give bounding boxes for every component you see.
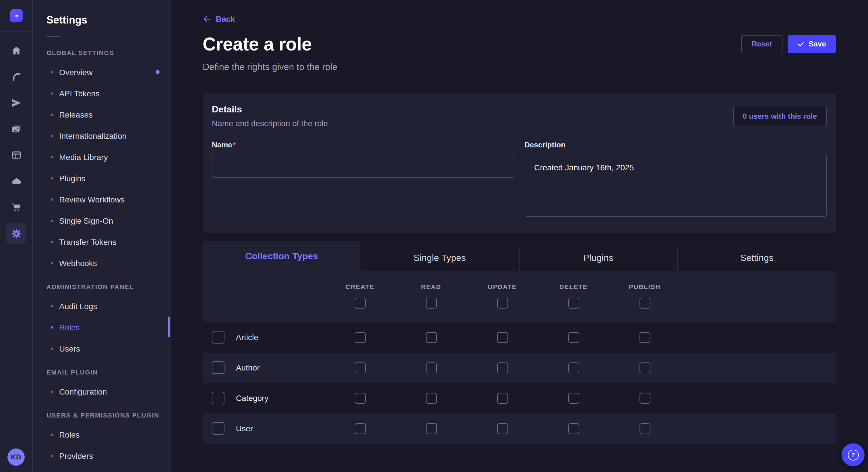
user-delete-checkbox[interactable]	[568, 423, 579, 434]
column-label: READ	[421, 283, 441, 290]
rail-item-media-images[interactable]	[0, 116, 32, 142]
tab-settings[interactable]: Settings	[677, 245, 836, 271]
tab-single-types[interactable]: Single Types	[361, 245, 519, 271]
rail-item-gear-settings[interactable]	[0, 221, 32, 247]
select-all-update-checkbox[interactable]	[497, 297, 508, 308]
column-read: READ	[396, 283, 467, 322]
sidebar-item-releases[interactable]: Releases	[33, 104, 170, 125]
row-lead: Category	[203, 392, 324, 404]
sidebar-item-label: Configuration	[59, 387, 107, 396]
user-read-checkbox[interactable]	[426, 423, 437, 434]
user-create-checkbox[interactable]	[354, 423, 365, 434]
author-read-checkbox[interactable]	[426, 362, 437, 373]
author-row-checkbox[interactable]	[212, 361, 224, 374]
sidebar-item-single-sign-on[interactable]: Single Sign-On	[33, 210, 170, 231]
strapi-logo-glyph	[11, 11, 21, 21]
name-label: Name*	[212, 140, 514, 149]
bullet-icon	[51, 305, 53, 307]
select-all-create-checkbox[interactable]	[354, 297, 365, 308]
name-input[interactable]	[212, 154, 514, 177]
gear-settings-icon	[11, 228, 22, 239]
sidebar-item-roles[interactable]: Roles	[33, 424, 170, 445]
sidebar-item-configuration[interactable]: Configuration	[33, 381, 170, 402]
user-row-checkbox[interactable]	[212, 422, 224, 435]
sidebar-item-review-workflows[interactable]: Review Workflows	[33, 189, 170, 210]
select-all-read-checkbox[interactable]	[426, 297, 437, 308]
article-read-checkbox[interactable]	[426, 332, 437, 343]
sidebar-item-label: Overview	[59, 67, 93, 76]
author-update-checkbox[interactable]	[497, 362, 508, 373]
sidebar-item-transfer-tokens[interactable]: Transfer Tokens	[33, 231, 170, 252]
sidebar-item-webhooks[interactable]: Webhooks	[33, 252, 170, 274]
article-row-checkbox[interactable]	[212, 331, 224, 343]
select-all-delete-checkbox[interactable]	[568, 297, 579, 308]
layout-panel-icon	[11, 150, 22, 161]
sidebar-item-users[interactable]: Users	[33, 338, 170, 359]
author-create-checkbox[interactable]	[354, 362, 365, 373]
reset-button[interactable]: Reset	[741, 35, 782, 53]
cell	[609, 362, 680, 373]
sidebar-section-label: EMAIL PLUGIN	[46, 369, 170, 376]
cell	[467, 393, 538, 403]
bullet-icon	[51, 433, 53, 436]
feather-content-icon	[11, 72, 22, 82]
sidebar-item-audit-logs[interactable]: Audit Logs	[33, 295, 170, 316]
rail-item-paper-plane[interactable]	[0, 90, 32, 116]
bullet-icon	[51, 71, 53, 73]
rail-item-layout-panel[interactable]	[0, 142, 32, 168]
avatar[interactable]: KD	[7, 448, 25, 466]
name-field-group: Name*	[212, 140, 514, 219]
user-publish-checkbox[interactable]	[639, 423, 650, 434]
rail-item-feather-content[interactable]	[0, 64, 32, 90]
save-button[interactable]: Save	[787, 35, 836, 53]
category-delete-checkbox[interactable]	[568, 393, 579, 403]
bullet-icon	[51, 134, 53, 137]
article-publish-checkbox[interactable]	[639, 332, 650, 343]
rail-item-cloud[interactable]	[0, 168, 32, 194]
row-label: Article	[236, 333, 258, 342]
required-asterisk: *	[233, 140, 236, 149]
bullet-icon	[51, 177, 53, 179]
sidebar-item-media-library[interactable]: Media Library	[33, 146, 170, 167]
article-delete-checkbox[interactable]	[568, 332, 579, 343]
sidebar-item-overview[interactable]: Overview	[33, 61, 170, 82]
sidebar-item-api-tokens[interactable]: API Tokens	[33, 82, 170, 104]
paper-plane-icon	[11, 98, 22, 109]
category-row-checkbox[interactable]	[212, 392, 224, 404]
sidebar-item-roles[interactable]: Roles	[33, 316, 170, 338]
category-read-checkbox[interactable]	[426, 393, 437, 403]
sidebar-item-label: Webhooks	[59, 258, 97, 268]
cell	[324, 423, 396, 434]
tab-collection-types[interactable]: Collection Types	[203, 241, 361, 271]
sidebar-item-internationalization[interactable]: Internationalization	[33, 125, 170, 146]
description-textarea[interactable]: Created January 16th, 2025	[524, 154, 827, 216]
cloud-icon	[11, 176, 22, 187]
row-label: Category	[236, 394, 269, 403]
author-publish-checkbox[interactable]	[639, 362, 650, 373]
select-all-publish-checkbox[interactable]	[639, 297, 650, 308]
category-update-checkbox[interactable]	[497, 393, 508, 403]
cell	[467, 362, 538, 373]
rail-item-cart-marketplace[interactable]	[0, 194, 32, 221]
category-publish-checkbox[interactable]	[639, 393, 650, 403]
page-title: Create a role	[203, 34, 312, 55]
user-update-checkbox[interactable]	[497, 423, 508, 434]
article-update-checkbox[interactable]	[497, 332, 508, 343]
row-lead: User	[203, 422, 324, 435]
users-with-role-button[interactable]: 0 users with this role	[733, 106, 827, 126]
category-create-checkbox[interactable]	[354, 393, 365, 403]
help-button[interactable]: ?	[842, 443, 865, 466]
strapi-logo[interactable]	[9, 9, 23, 22]
rail-item-home[interactable]	[0, 38, 32, 64]
cell	[396, 362, 467, 373]
author-delete-checkbox[interactable]	[568, 362, 579, 373]
sidebar-item-plugins[interactable]: Plugins	[33, 167, 170, 189]
tab-plugins[interactable]: Plugins	[519, 245, 677, 271]
bullet-icon	[51, 454, 53, 457]
back-link[interactable]: Back	[203, 14, 235, 24]
sidebar-title: Settings	[46, 14, 170, 26]
article-create-checkbox[interactable]	[354, 332, 365, 343]
media-images-icon	[11, 124, 22, 135]
sidebar-section: GLOBAL SETTINGSOverviewAPI TokensRelease…	[33, 49, 170, 274]
sidebar-item-providers[interactable]: Providers	[33, 445, 170, 466]
